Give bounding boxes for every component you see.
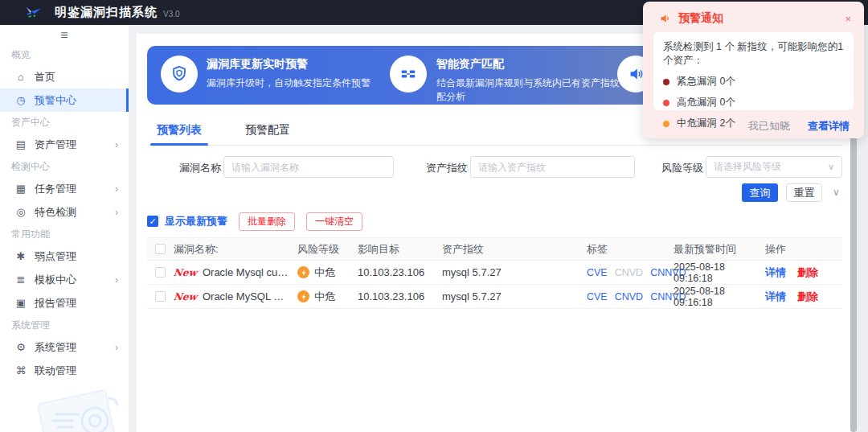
chevron-right-icon: › [115,207,118,218]
sidebar-item-label: 联动管理 [35,364,76,378]
app-version: V3.0 [163,10,180,19]
tag-cnvd[interactable]: CNVD [615,291,643,302]
asset-fingerprint: mysql 5.7.27 [442,290,563,302]
notification-title: 预警通知 [678,11,723,26]
app-logo-icon [24,4,42,22]
vuln-name-input[interactable] [223,156,394,178]
acknowledge-button[interactable]: 我已知晓 [748,119,790,134]
banner-card-title: 漏洞库更新实时预警 [207,57,308,72]
col-header-time: 最新预警时间 [674,242,765,257]
sidebar-section-scan-center: 检测中心 [0,156,129,177]
asset-match-icon [390,56,427,93]
new-badge: New [174,267,198,278]
gear-icon: ⚙ [14,341,27,353]
filter-label-risk-level: 风险等级 [661,161,703,175]
col-header-target: 影响目标 [358,242,442,257]
tag-cnvd[interactable]: CNVD [615,267,643,278]
chevron-right-icon: › [115,342,118,353]
sidebar-item-label: 首页 [35,70,55,84]
table-row: New Oracle Mysql curl 加密问题漏... 中危 10.103… [147,261,842,285]
vuln-name: Oracle Mysql curl 加密问题漏... [203,265,297,280]
assets-icon: ▤ [14,138,27,150]
risk-level-placeholder: 请选择风险等级 [714,160,781,174]
alert-time: 2025-08-18 09:16:18 [674,261,765,284]
table-header-row: 漏洞名称: 风险等级 影响目标 资产指纹 标签 最新预警时间 操作 [147,237,842,261]
critical-count: 紧急漏洞 0个 [677,75,735,88]
filter-label-fingerprint: 资产指纹 [426,161,468,175]
sidebar-item-asset-mgmt[interactable]: ▤ 资产管理 › [0,133,129,156]
col-header-ops: 操作 [765,242,842,257]
banner-card-title: 智能资产匹配 [436,57,504,72]
notification-stat: 紧急漏洞 0个 [663,75,844,88]
chevron-right-icon: › [115,274,118,286]
select-all-checkbox[interactable] [155,244,166,254]
sidebar-item-label: 报告管理 [35,296,76,311]
collapse-filters-icon[interactable]: ∨ [833,187,840,198]
batch-delete-button[interactable]: 批量删除 [239,212,295,231]
critical-bullet-icon [663,79,669,85]
sidebar-item-system-mgmt[interactable]: ⚙ 系统管理 › [0,335,129,359]
alert-time: 2025-08-18 09:16:18 [674,286,765,308]
notification-body: 系统检测到 1 个 新指纹，可能影响您的1 个资产： 紧急漏洞 0个 高危漏洞 … [653,32,854,110]
linkage-icon: ⌘ [14,364,27,376]
sidebar-item-special-scan[interactable]: ◎ 特色检测 › [0,200,129,224]
alarm-icon: ◷ [14,94,27,106]
sidebar-item-alert-center[interactable]: ◷ 预警中心 [0,88,129,112]
fingerprint-input[interactable] [470,156,635,178]
query-button[interactable]: 查询 [742,183,778,202]
sidebar: ≡ 概览 ⌂ 首页 ◷ 预警中心 资产中心 ▤ 资产管理 › 检测中心 ▦ 任务… [0,25,129,432]
bug-icon: ✱ [14,250,27,262]
filter-label-vuln-name: 漏洞名称 [179,161,221,175]
delete-link[interactable]: 删除 [797,290,818,304]
delete-link[interactable]: 删除 [797,265,818,280]
sidebar-section-common: 常用功能 [0,224,129,245]
tag-cve[interactable]: CVE [587,267,608,278]
sidebar-item-report-mgmt[interactable]: ▣ 报告管理 [0,291,129,315]
sidebar-item-weakness-mgmt[interactable]: ✱ 弱点管理 [0,245,129,268]
sidebar-illustration [32,379,129,432]
show-latest-checkbox[interactable]: ✓ [147,216,158,227]
col-header-risk: 风险等级 [297,242,358,257]
tag-cve[interactable]: CVE [587,291,608,302]
sidebar-section-overview: 概览 [0,44,129,65]
row-checkbox[interactable] [155,267,166,278]
sidebar-item-template-center[interactable]: ≣ 模板中心 › [0,268,129,291]
sidebar-collapse-icon[interactable]: ≡ [0,27,129,44]
close-icon[interactable]: × [845,13,851,25]
detail-link[interactable]: 详情 [765,290,786,304]
tasks-icon: ▦ [14,183,27,195]
show-latest-label: 显示最新预警 [165,214,227,228]
detail-link[interactable]: 详情 [765,265,786,280]
sidebar-item-label: 预警中心 [35,93,76,108]
col-header-fingerprint: 资产指纹 [442,242,563,257]
view-details-button[interactable]: 查看详情 [808,119,850,134]
high-count: 高危漏洞 0个 [677,96,735,109]
speaker-alert-icon [659,12,672,25]
list-toolbar: ✓ 显示最新预警 批量删除 一键清空 [147,212,842,231]
report-icon: ▣ [14,297,27,309]
affected-target: 10.103.23.106 [358,290,442,302]
affected-target: 10.103.23.106 [358,266,442,278]
chevron-down-icon: ∨ [828,162,834,172]
risk-level-select[interactable]: 请选择风险等级 ∨ [706,156,842,178]
risk-level: 中危 [314,290,335,304]
sidebar-section-system: 系统管理 [0,315,129,335]
filter-actions: 查询 重置 ∨ [147,183,842,203]
sidebar-section-asset-center: 资产中心 [0,112,129,133]
reset-button[interactable]: 重置 [786,183,822,202]
filter-row: 漏洞名称 资产指纹 风险等级 请选择风险等级 ∨ [147,156,842,179]
home-icon: ⌂ [14,71,27,83]
shield-icon [161,56,198,93]
banner-card-desc: 漏洞库升级时，自动触发指定条件预警 [207,76,371,90]
sidebar-item-label: 弱点管理 [35,249,76,264]
alert-table: 漏洞名称: 风险等级 影响目标 资产指纹 标签 最新预警时间 操作 New Or… [147,237,842,309]
clear-all-button[interactable]: 一键清空 [306,212,362,231]
sidebar-item-label: 模板中心 [35,273,76,287]
vuln-name: Oracle MySQL 安全漏洞(CVE... [203,290,297,304]
row-checkbox[interactable] [155,291,166,302]
notification-stat: 高危漏洞 0个 [663,96,844,109]
tab-alert-list[interactable]: 预警列表 [155,120,203,146]
sidebar-item-home[interactable]: ⌂ 首页 [0,65,129,88]
sidebar-item-task-mgmt[interactable]: ▦ 任务管理 › [0,177,129,200]
tab-alert-config[interactable]: 预警配置 [244,120,292,146]
